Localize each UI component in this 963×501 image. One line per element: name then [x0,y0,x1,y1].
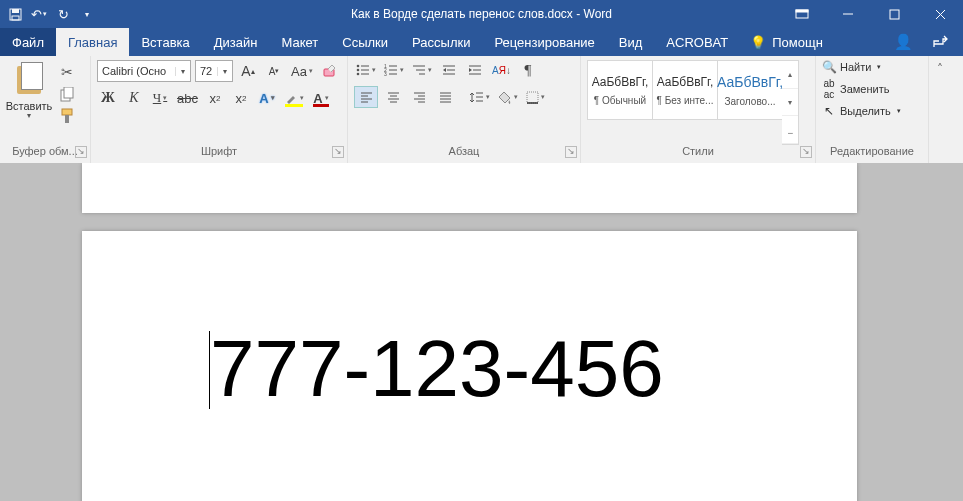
svg-rect-54 [527,92,538,103]
share-icon[interactable] [933,34,949,51]
subscript-button[interactable]: x2 [204,88,226,108]
tab-file[interactable]: Файл [0,28,56,56]
style-heading1[interactable]: АаБбВвГг, Заголово... [717,60,783,120]
sort-button[interactable]: AЯ↓ [490,60,513,80]
line-spacing-button[interactable]: ▾ [468,87,492,107]
clipboard-icon [14,62,44,96]
shading-button[interactable]: ▾ [496,87,520,107]
svg-rect-4 [796,10,808,12]
tab-review[interactable]: Рецензирование [482,28,606,56]
justify-button[interactable] [434,87,456,107]
format-painter-icon[interactable] [58,108,76,124]
text-effects-button[interactable]: A▾ [256,88,278,108]
style-normal[interactable]: АаБбВвГг, ¶ Обычный [587,60,653,120]
font-name-combo[interactable]: Calibri (Осно▾ [97,60,191,82]
tab-references[interactable]: Ссылки [330,28,400,56]
qat-customize-icon[interactable]: ▾ [80,7,94,21]
italic-button[interactable]: К [123,88,145,108]
save-icon[interactable] [8,7,22,21]
clipboard-dialog-launcher[interactable]: ↘ [75,146,87,158]
tab-design[interactable]: Дизайн [202,28,270,56]
search-icon: 🔍 [822,60,836,74]
ribbon-options-button[interactable] [779,0,825,28]
styles-gallery-scroll[interactable]: ▴ ▾ ⎯ [782,60,799,145]
quick-access-toolbar: ↶▾ ↻ ▾ [0,7,94,21]
page-previous[interactable] [82,163,857,213]
group-label-paragraph: Абзац [449,145,480,157]
font-dialog-launcher[interactable]: ↘ [332,146,344,158]
group-clipboard: Вставить ▾ ✂ Буфер обм...↘ [0,56,91,163]
paste-button[interactable]: Вставить ▾ [6,60,52,145]
change-case-button[interactable]: Aa▾ [289,61,315,81]
highlight-button[interactable]: ▾ [282,88,306,108]
style-no-spacing[interactable]: АаБбВвГг, ¶ Без инте... [652,60,718,120]
account-icon[interactable]: 👤 [894,33,913,51]
undo-icon[interactable]: ↶▾ [32,7,46,21]
cut-icon[interactable]: ✂ [58,64,76,80]
svg-rect-2 [12,16,19,20]
strikethrough-button[interactable]: abc [175,88,200,108]
tell-me-label: Помощн [772,35,823,50]
underline-button[interactable]: Ч▾ [149,88,171,108]
document-content[interactable]: 777-123-456 [210,323,664,415]
page-current[interactable]: 777-123-456 [82,231,857,501]
styles-down-icon[interactable]: ▾ [782,89,798,117]
cursor-icon: ↖ [822,104,836,118]
styles-more-icon[interactable]: ⎯ [782,116,798,144]
bullets-button[interactable]: ▾ [354,60,378,80]
grow-font-button[interactable]: A▴ [237,61,259,81]
group-label-clipboard: Буфер обм... [12,145,78,157]
show-hide-button[interactable]: ¶ [517,60,539,80]
bold-button[interactable]: Ж [97,88,119,108]
ribbon-tabs: Файл Главная Вставка Дизайн Макет Ссылки… [0,28,963,56]
decrease-indent-button[interactable] [438,60,460,80]
styles-up-icon[interactable]: ▴ [782,61,798,89]
numbering-button[interactable]: 123▾ [382,60,406,80]
font-size-combo[interactable]: 72▾ [195,60,233,82]
tab-mailings[interactable]: Рассылки [400,28,482,56]
document-area[interactable]: 777-123-456 [0,163,963,501]
tab-home[interactable]: Главная [56,28,129,56]
replace-icon: abac [822,78,836,100]
title-bar: ↶▾ ↻ ▾ Как в Ворде сделать перенос слов.… [0,0,963,28]
close-button[interactable] [917,0,963,28]
paragraph-dialog-launcher[interactable]: ↘ [565,146,577,158]
group-label-font: Шрифт [201,145,237,157]
svg-rect-1 [12,9,19,13]
clear-formatting-button[interactable] [319,61,341,81]
svg-point-16 [357,69,360,72]
group-label-styles: Стили [682,145,714,157]
replace-button[interactable]: abacЗаменить [822,78,922,100]
tab-view[interactable]: Вид [607,28,655,56]
multilevel-list-button[interactable]: ▾ [410,60,434,80]
collapse-ribbon-button[interactable]: ˄ [929,56,951,163]
svg-rect-6 [890,10,899,19]
find-button[interactable]: 🔍Найти▾ [822,60,922,74]
group-styles: АаБбВвГг, ¶ Обычный АаБбВвГг, ¶ Без инте… [581,56,816,163]
lightbulb-icon: 💡 [750,35,766,50]
font-color-button[interactable]: A▾ [310,88,332,108]
align-right-button[interactable] [408,87,430,107]
select-button[interactable]: ↖Выделить▾ [822,104,922,118]
superscript-button[interactable]: x2 [230,88,252,108]
shrink-font-button[interactable]: A▾ [263,61,285,81]
group-font: Calibri (Осно▾ 72▾ A▴ A▾ Aa▾ Ж К Ч▾ abc … [91,56,348,163]
svg-rect-10 [64,87,73,98]
copy-icon[interactable] [58,86,76,102]
increase-indent-button[interactable] [464,60,486,80]
ribbon: Вставить ▾ ✂ Буфер обм...↘ C [0,56,963,164]
group-editing: 🔍Найти▾ abacЗаменить ↖Выделить▾ Редактир… [816,56,929,163]
styles-dialog-launcher[interactable]: ↘ [800,146,812,158]
minimize-button[interactable] [825,0,871,28]
tab-insert[interactable]: Вставка [129,28,201,56]
borders-button[interactable]: ▾ [524,87,547,107]
svg-point-14 [357,65,360,68]
tab-layout[interactable]: Макет [269,28,330,56]
group-label-editing: Редактирование [830,145,914,157]
align-center-button[interactable] [382,87,404,107]
tab-acrobat[interactable]: ACROBAT [654,28,740,56]
align-left-button[interactable] [354,86,378,108]
tell-me[interactable]: 💡 Помощн [740,28,833,56]
maximize-button[interactable] [871,0,917,28]
redo-icon[interactable]: ↻ [56,7,70,21]
